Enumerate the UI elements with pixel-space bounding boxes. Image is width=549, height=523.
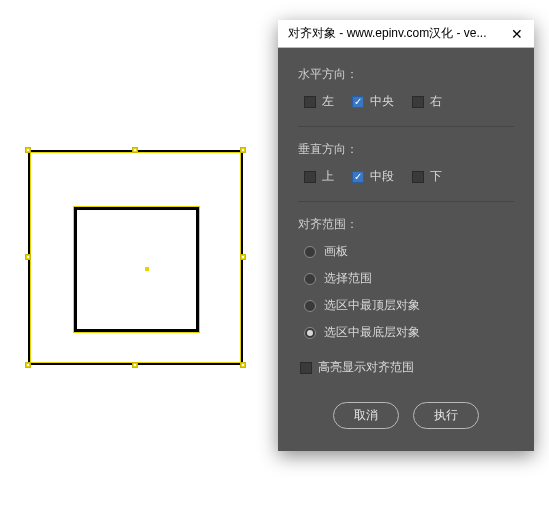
canvas bbox=[28, 150, 243, 365]
radio-icon bbox=[304, 273, 316, 285]
checkbox-icon bbox=[412, 171, 424, 183]
scope-bottommost-label: 选区中最底层对象 bbox=[324, 324, 420, 341]
checkbox-icon: ✓ bbox=[352, 171, 364, 183]
radio-icon bbox=[304, 246, 316, 258]
scope-bottommost-radio[interactable]: 选区中最底层对象 bbox=[304, 324, 514, 341]
vertical-options: 上 ✓ 中段 下 bbox=[298, 168, 514, 185]
checkbox-icon bbox=[300, 362, 312, 374]
handle-middle-right[interactable] bbox=[240, 254, 246, 260]
scope-options: 画板 选择范围 选区中最顶层对象 选区中最底层对象 bbox=[298, 243, 514, 341]
scope-topmost-label: 选区中最顶层对象 bbox=[324, 297, 420, 314]
cancel-button[interactable]: 取消 bbox=[333, 402, 399, 429]
v-bottom-label: 下 bbox=[430, 168, 442, 185]
highlight-checkbox[interactable]: 高亮显示对齐范围 bbox=[300, 359, 414, 376]
dialog-footer: 取消 执行 bbox=[298, 402, 514, 429]
h-center-label: 中央 bbox=[370, 93, 394, 110]
scope-artboard-label: 画板 bbox=[324, 243, 348, 260]
horizontal-label: 水平方向： bbox=[298, 66, 514, 83]
handle-top-right[interactable] bbox=[240, 147, 246, 153]
handle-top-left[interactable] bbox=[25, 147, 31, 153]
v-middle-checkbox[interactable]: ✓ 中段 bbox=[352, 168, 394, 185]
separator bbox=[298, 201, 514, 202]
radio-icon bbox=[304, 300, 316, 312]
close-button[interactable]: ✕ bbox=[500, 20, 534, 48]
scope-selection-radio[interactable]: 选择范围 bbox=[304, 270, 514, 287]
execute-button[interactable]: 执行 bbox=[413, 402, 479, 429]
highlight-row: 高亮显示对齐范围 bbox=[298, 359, 514, 376]
scope-selection-label: 选择范围 bbox=[324, 270, 372, 287]
handle-bottom-right[interactable] bbox=[240, 362, 246, 368]
align-dialog: 对齐对象 - www.epinv.com汉化 - ve... ✕ 水平方向： 左… bbox=[278, 20, 534, 451]
handle-middle-left[interactable] bbox=[25, 254, 31, 260]
checkbox-icon: ✓ bbox=[352, 96, 364, 108]
vertical-label: 垂直方向： bbox=[298, 141, 514, 158]
scope-topmost-radio[interactable]: 选区中最顶层对象 bbox=[304, 297, 514, 314]
checkbox-icon bbox=[304, 171, 316, 183]
v-middle-label: 中段 bbox=[370, 168, 394, 185]
handle-top-middle[interactable] bbox=[132, 147, 138, 153]
titlebar[interactable]: 对齐对象 - www.epinv.com汉化 - ve... ✕ bbox=[278, 20, 534, 48]
handle-bottom-middle[interactable] bbox=[132, 362, 138, 368]
h-right-label: 右 bbox=[430, 93, 442, 110]
inner-square[interactable] bbox=[74, 207, 199, 332]
scope-label: 对齐范围： bbox=[298, 216, 514, 233]
v-top-label: 上 bbox=[322, 168, 334, 185]
separator bbox=[298, 126, 514, 127]
v-bottom-checkbox[interactable]: 下 bbox=[412, 168, 442, 185]
close-icon: ✕ bbox=[511, 26, 523, 42]
v-top-checkbox[interactable]: 上 bbox=[304, 168, 334, 185]
h-right-checkbox[interactable]: 右 bbox=[412, 93, 442, 110]
scope-artboard-radio[interactable]: 画板 bbox=[304, 243, 514, 260]
h-left-label: 左 bbox=[322, 93, 334, 110]
checkbox-icon bbox=[412, 96, 424, 108]
selection-center-icon bbox=[145, 267, 149, 271]
horizontal-options: 左 ✓ 中央 右 bbox=[298, 93, 514, 110]
checkbox-icon bbox=[304, 96, 316, 108]
h-center-checkbox[interactable]: ✓ 中央 bbox=[352, 93, 394, 110]
dialog-title: 对齐对象 - www.epinv.com汉化 - ve... bbox=[278, 25, 500, 42]
radio-icon bbox=[304, 327, 316, 339]
h-left-checkbox[interactable]: 左 bbox=[304, 93, 334, 110]
handle-bottom-left[interactable] bbox=[25, 362, 31, 368]
highlight-label: 高亮显示对齐范围 bbox=[318, 359, 414, 376]
dialog-body: 水平方向： 左 ✓ 中央 右 垂直方向： 上 ✓ bbox=[278, 48, 534, 451]
